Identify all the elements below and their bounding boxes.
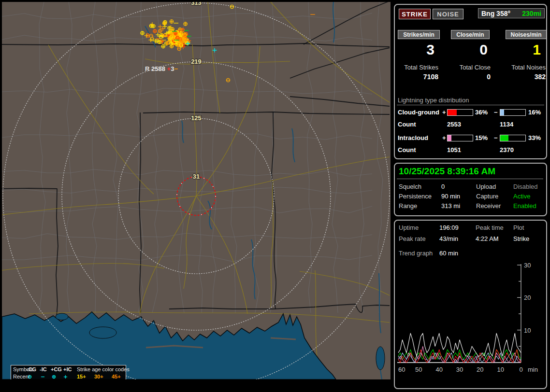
strike-stats-panel: STRIKE NOISE Bng 358° 230mi Strikes/min … (394, 4, 547, 159)
noises-per-min-button[interactable]: Noises/min (506, 30, 547, 39)
cloud-ground-label: Cloud-ground (398, 109, 439, 116)
strike-circle_plus (160, 34, 163, 37)
age-code: 30+ (94, 374, 103, 379)
cg-plus-pct: 36% (475, 109, 488, 116)
cg-plus-count: 2553 (447, 121, 461, 128)
strike-mode-button[interactable]: STRIKE (399, 9, 431, 19)
svg-text:30: 30 (456, 366, 463, 373)
total-strikes-label: Total Strikes (395, 64, 438, 71)
bearing-display: Bng 358° 230mi (478, 8, 545, 18)
divider (397, 105, 544, 105)
strike-circle_plus (158, 40, 161, 43)
squelch-value: 0 (441, 183, 445, 190)
svg-text:50: 50 (415, 366, 422, 373)
ring-label-313: 313 (191, 2, 202, 6)
total-close-label: Total Close (447, 64, 491, 71)
nexstorm-window: 31125219313 R 2588 +3− Symbols -CG -IC +… (0, 0, 550, 392)
total-strikes-value: 7108 (395, 73, 438, 81)
receiver-status: Enabled (513, 202, 536, 210)
total-noises: Total Noises 382 (502, 64, 546, 81)
strike-circle_plus (141, 31, 144, 35)
strike-circle_plus (163, 21, 166, 25)
strike-circle_plus (170, 20, 173, 23)
lightning-map[interactable]: 31125219313 R 2588 +3− Symbols -CG -IC +… (2, 2, 391, 379)
close-per-min-button[interactable]: Close/min (451, 30, 490, 39)
strike-circle_plus (153, 29, 157, 33)
plus-sign: + (442, 134, 446, 141)
svg-text:0: 0 (519, 366, 522, 373)
divider (397, 179, 543, 179)
strike-circle_plus (161, 44, 165, 48)
uptime-value: 196:09 (439, 224, 459, 231)
count-label-2: Count (398, 146, 416, 154)
trend-graph-window: 60 min (439, 250, 458, 257)
ic-plus-count: 1051 (447, 146, 461, 154)
datetime-display: 10/25/2025 8:39:16 AM (399, 166, 495, 177)
svg-text:10: 10 (497, 366, 504, 373)
cg-plus-bar-fill (448, 110, 457, 115)
ring-label-31: 31 (193, 173, 200, 180)
capture-label: Capture (476, 193, 498, 200)
persistence-label: Persistence (399, 193, 432, 200)
noises-per-min-value: 1 (500, 42, 541, 58)
noise-mode-button[interactable]: NOISE (433, 9, 463, 19)
peak-rate-label: Peak rate (399, 235, 426, 242)
storm-cell-annotation: R 2588 +3− (145, 65, 178, 72)
ic-minus-pct: 33% (528, 134, 541, 141)
map-legend: Symbols -CG -IC +CG +IC Strike age color… (11, 365, 126, 379)
legend-rows: Recent⊖−⊕+15+30+45+Old⊖−⊕+60+75+90+ (11, 365, 126, 379)
persistence-value: 90 min (441, 193, 460, 200)
plus-sign: + (442, 109, 446, 116)
peak-time-label: Peak time (476, 224, 504, 231)
trend-graph: 1020306050403020100min (396, 261, 547, 388)
range-value: 313 mi (441, 202, 460, 210)
lake-pontchartrain (89, 327, 116, 338)
ic-plus-bar-fill (448, 135, 451, 141)
distribution-title: Lightning type distribution (398, 97, 469, 104)
ic-minus-count: 2370 (500, 146, 514, 154)
cg-minus-bar-fill (500, 110, 504, 115)
ring-label-219: 219 (191, 58, 202, 65)
receiver-label: Receiver (476, 202, 501, 210)
legend-symbol: ⊕ (52, 374, 56, 379)
plot-value: Strike (513, 235, 529, 242)
strikes-per-min-value: 3 (395, 42, 434, 58)
svg-text:30: 30 (524, 262, 531, 269)
range-label: Range (399, 202, 417, 210)
minus-sign: − (494, 109, 498, 116)
cg-minus-count: 1134 (500, 121, 513, 128)
lake (56, 313, 68, 320)
system-status-panel: 10/25/2025 8:39:16 AM Squelch 0 Upload D… (394, 163, 547, 216)
strikes-per-min-button[interactable]: Strikes/min (398, 30, 440, 39)
lake-seminole (376, 347, 385, 370)
total-close: Total Close 0 (447, 64, 491, 81)
cg-plus-bar (447, 109, 473, 116)
ic-minus-bar-fill (500, 135, 508, 141)
ic-plus-pct: 15% (475, 134, 488, 141)
strike-circle_plus (171, 28, 174, 31)
bearing-value: Bng 358° (481, 10, 510, 17)
plot-label: Plot (513, 224, 524, 231)
trend-graph-label: Trend graph (399, 250, 433, 257)
upload-status: Disabled (513, 183, 538, 190)
uptime-label: Uptime (399, 224, 419, 231)
svg-text:10: 10 (524, 327, 531, 334)
cg-minus-pct: 16% (528, 109, 541, 116)
legend-symbol: ⊖ (28, 374, 32, 379)
intracloud-label: Intracloud (398, 134, 428, 141)
bearing-range: 230mi (522, 10, 541, 17)
ic-plus-bar (447, 135, 473, 141)
minus-sign: − (494, 134, 498, 141)
strike-circle_plus (170, 32, 174, 36)
strike-circle_plus (159, 29, 162, 33)
svg-text:20: 20 (477, 366, 483, 373)
svg-text:40: 40 (435, 366, 442, 373)
total-close-value: 0 (447, 73, 491, 81)
cg-minus-bar (500, 109, 526, 116)
legend-symbol: − (41, 374, 45, 379)
strike-circle_plus (174, 31, 177, 35)
strike-circle_plus (169, 36, 172, 39)
age-code: 15+ (77, 374, 86, 379)
capture-status: Active (513, 193, 530, 200)
total-strikes: Total Strikes 7108 (395, 64, 438, 81)
